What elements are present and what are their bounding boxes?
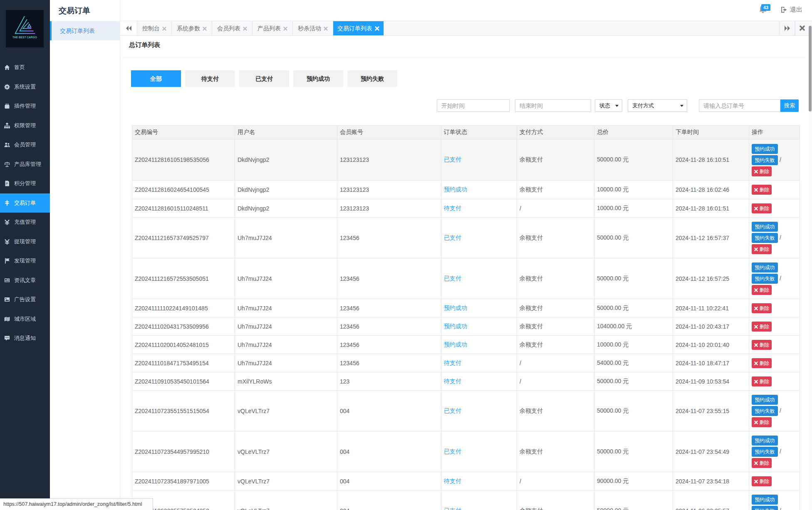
svg-text:P: P	[6, 182, 8, 186]
